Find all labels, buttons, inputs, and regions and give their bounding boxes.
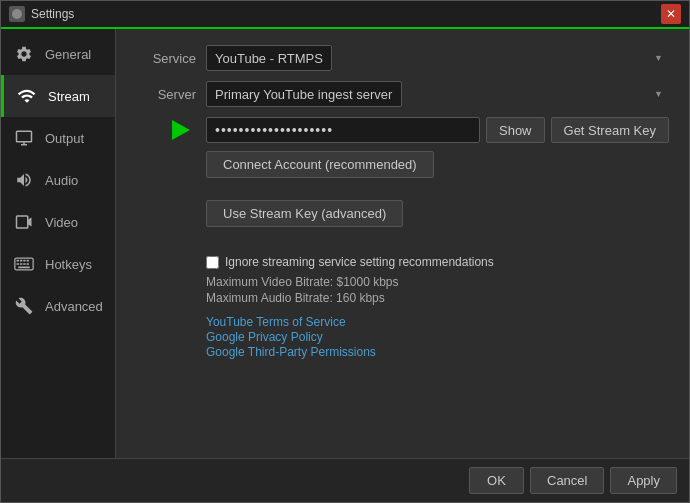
- svg-rect-9: [23, 260, 26, 262]
- sidebar-item-audio[interactable]: Audio: [1, 159, 115, 201]
- stream-icon: [16, 85, 38, 107]
- svg-point-0: [12, 9, 22, 19]
- settings-window: Settings ✕ General Stream: [0, 0, 690, 503]
- sidebar-label-hotkeys: Hotkeys: [45, 257, 92, 272]
- stream-key-control: Show Get Stream Key: [206, 117, 669, 143]
- video-icon: [13, 211, 35, 233]
- sidebar-item-video[interactable]: Video: [1, 201, 115, 243]
- stream-key-input[interactable]: [206, 117, 480, 143]
- sidebar-item-general[interactable]: General: [1, 33, 115, 75]
- sidebar-item-output[interactable]: Output: [1, 117, 115, 159]
- wrench-icon: [13, 295, 35, 317]
- sidebar-item-advanced[interactable]: Advanced: [1, 285, 115, 327]
- ignore-checkbox[interactable]: [206, 256, 219, 269]
- window-body: General Stream Output: [1, 29, 689, 458]
- main-content: Service YouTube - RTMPS Server Primary Y…: [116, 29, 689, 458]
- window-title: Settings: [31, 7, 661, 21]
- google-privacy-link[interactable]: Google Privacy Policy: [206, 330, 669, 344]
- server-select[interactable]: Primary YouTube ingest server: [206, 81, 402, 107]
- bottom-bar: OK Cancel Apply: [1, 458, 689, 502]
- close-button[interactable]: ✕: [661, 4, 681, 24]
- sidebar-label-advanced: Advanced: [45, 299, 103, 314]
- server-row: Server Primary YouTube ingest server: [136, 81, 669, 107]
- sidebar-label-audio: Audio: [45, 173, 78, 188]
- sidebar-label-output: Output: [45, 131, 84, 146]
- svg-rect-7: [17, 260, 20, 262]
- title-bar: Settings ✕: [1, 1, 689, 29]
- gear-icon: [13, 43, 35, 65]
- sidebar-item-stream[interactable]: Stream: [1, 75, 115, 117]
- svg-rect-4: [17, 216, 28, 228]
- max-audio-bitrate-text: Maximum Audio Bitrate: 160 kbps: [206, 291, 669, 305]
- service-label: Service: [136, 51, 196, 66]
- svg-rect-14: [27, 263, 30, 265]
- svg-rect-10: [27, 260, 30, 262]
- max-video-bitrate-text: Maximum Video Bitrate: $1000 kbps: [206, 275, 669, 289]
- service-control: YouTube - RTMPS: [206, 45, 669, 71]
- service-select-wrapper: YouTube - RTMPS: [206, 45, 669, 71]
- cancel-button[interactable]: Cancel: [530, 467, 604, 494]
- links-section: YouTube Terms of Service Google Privacy …: [206, 315, 669, 359]
- window-icon: [9, 6, 25, 22]
- svg-rect-11: [17, 263, 20, 265]
- sidebar-label-general: General: [45, 47, 91, 62]
- connect-account-button[interactable]: Connect Account (recommended): [206, 151, 434, 178]
- stream-key-spacer: [136, 120, 196, 140]
- get-stream-key-button[interactable]: Get Stream Key: [551, 117, 669, 143]
- audio-icon: [13, 169, 35, 191]
- sidebar-item-hotkeys[interactable]: Hotkeys: [1, 243, 115, 285]
- sidebar-label-stream: Stream: [48, 89, 90, 104]
- service-row: Service YouTube - RTMPS: [136, 45, 669, 71]
- server-label: Server: [136, 87, 196, 102]
- show-button[interactable]: Show: [486, 117, 545, 143]
- output-icon: [13, 127, 35, 149]
- svg-rect-8: [20, 260, 22, 262]
- yt-terms-link[interactable]: YouTube Terms of Service: [206, 315, 669, 329]
- ignore-checkbox-row: Ignore streaming service setting recomme…: [206, 255, 669, 269]
- server-select-wrapper: Primary YouTube ingest server: [206, 81, 669, 107]
- stream-key-row: Show Get Stream Key: [136, 117, 669, 143]
- keyboard-icon: [13, 253, 35, 275]
- svg-rect-1: [17, 131, 32, 142]
- google-third-party-link[interactable]: Google Third-Party Permissions: [206, 345, 669, 359]
- sidebar-label-video: Video: [45, 215, 78, 230]
- server-control: Primary YouTube ingest server: [206, 81, 669, 107]
- ok-button[interactable]: OK: [469, 467, 524, 494]
- use-stream-key-row: Use Stream Key (advanced): [206, 200, 669, 241]
- apply-button[interactable]: Apply: [610, 467, 677, 494]
- svg-rect-13: [23, 263, 26, 265]
- svg-rect-12: [20, 263, 22, 265]
- connect-account-row: Connect Account (recommended): [206, 151, 669, 190]
- svg-rect-15: [18, 267, 30, 269]
- sidebar: General Stream Output: [1, 29, 116, 458]
- ignore-checkbox-label: Ignore streaming service setting recomme…: [225, 255, 494, 269]
- arrow-indicator: [172, 120, 190, 140]
- use-stream-key-button[interactable]: Use Stream Key (advanced): [206, 200, 403, 227]
- service-select[interactable]: YouTube - RTMPS: [206, 45, 332, 71]
